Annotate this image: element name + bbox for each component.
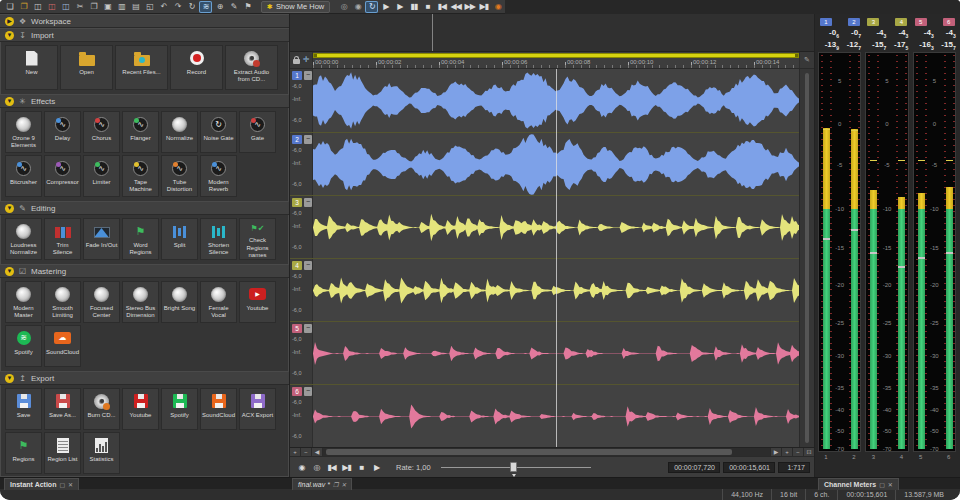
action-tile-shorten-silence[interactable]: Shorten Silence — [200, 218, 237, 260]
open-file-icon[interactable]: ❐ — [17, 1, 30, 13]
action-tile-female-vocal[interactable]: Female Vocal — [200, 281, 237, 323]
action-tile-region-list[interactable]: Region List — [44, 432, 81, 474]
section-header-editing[interactable]: ▼✎Editing — [0, 201, 289, 215]
channel-lane-5[interactable]: 5−-6,0-Inf.-6,0 — [290, 321, 814, 384]
hscroll-button[interactable]: + — [781, 448, 792, 456]
channel-minimize-button[interactable]: − — [304, 198, 312, 207]
action-tile-youtube[interactable]: Youtube — [122, 388, 159, 430]
go-to-end-icon[interactable]: ▶▮ — [477, 1, 490, 13]
float-icon[interactable]: ▢ — [59, 481, 65, 488]
channel-minimize-button[interactable]: − — [304, 71, 312, 80]
hscroll-button[interactable]: + — [290, 448, 301, 456]
channel-lane-1[interactable]: 1−-6,0-Inf.-6,0 — [290, 69, 814, 132]
channel-minimize-button[interactable]: − — [304, 387, 312, 396]
instant-action-tab[interactable]: Instant Action ▢ ✕ — [4, 478, 79, 490]
channel-minimize-button[interactable]: − — [304, 135, 312, 144]
new-file-icon[interactable]: ❏ — [3, 1, 16, 13]
stop-icon[interactable]: ■ — [421, 1, 434, 13]
stop-button[interactable]: ■ — [355, 461, 368, 474]
action-tile-normalize[interactable]: Normalize — [161, 111, 198, 153]
action-tile-spotify[interactable]: ≋Spotify — [5, 325, 42, 367]
action-tile-noise-gate[interactable]: ↻Noise Gate — [200, 111, 237, 153]
record-icon[interactable]: ◉ — [351, 1, 364, 13]
action-tile-youtube[interactable]: ▶Youtube — [239, 281, 276, 323]
action-tile-recent-files-[interactable]: Recent Files... — [115, 45, 168, 90]
paste-mix-icon[interactable]: ▥ — [115, 1, 128, 13]
paste-special-icon[interactable]: ▤ — [129, 1, 142, 13]
save-as-icon[interactable]: ◫ — [45, 1, 58, 13]
close-icon[interactable]: ✕ — [68, 481, 73, 488]
action-tile-smooth-limiting[interactable]: Smooth Limiting — [44, 281, 81, 323]
collapse-arrow-icon[interactable]: ▼ — [5, 374, 14, 383]
action-tile-bitcrusher[interactable]: ∿Bitcrusher — [5, 155, 42, 197]
action-tile-new[interactable]: New — [5, 45, 58, 90]
copy-icon[interactable]: ❐ — [87, 1, 100, 13]
action-tile-save-as-[interactable]: Save As... — [44, 388, 81, 430]
repeat-icon[interactable]: ↻ — [185, 1, 198, 13]
channel-meters-tab[interactable]: Channel Meters ▢ ✕ — [818, 478, 899, 490]
collapse-arrow-icon[interactable]: ▼ — [5, 31, 14, 40]
action-tile-save[interactable]: Save — [5, 388, 42, 430]
channel-lane-2[interactable]: 2−-6,0-Inf.-6,0 — [290, 132, 814, 195]
time-ruler[interactable]: 00:00:0000:00:0200:00:0400:00:0600:00:08… — [313, 52, 799, 68]
loop-playback-icon[interactable]: ↻ — [365, 1, 378, 13]
channel-badge-5[interactable]: 5 — [292, 324, 302, 333]
paste-icon[interactable]: ▣ — [101, 1, 114, 13]
record-arm-icon[interactable]: ◉ — [491, 1, 504, 13]
cut-icon[interactable]: ✂ — [73, 1, 86, 13]
meter-channel-badge-3[interactable]: 3 — [867, 18, 879, 26]
loop-button[interactable]: ◎ — [310, 461, 323, 474]
channel-lane-6[interactable]: 6−-6,0-Inf.-6,0 — [290, 384, 814, 447]
horizontal-scrollbar[interactable]: +−◀ ▶+−⊡ — [290, 447, 814, 456]
action-tile-delay[interactable]: ∿Delay — [44, 111, 81, 153]
action-tile-word-regions[interactable]: ⚑Word Regions — [122, 218, 159, 260]
hscroll-button[interactable]: ◀ — [312, 448, 323, 456]
action-tile-compressor[interactable]: ∿Compressor — [44, 155, 81, 197]
action-tile-split[interactable]: Split — [161, 218, 198, 260]
action-tile-modern-reverb[interactable]: ∿Modern Reverb — [200, 155, 237, 197]
section-header-import[interactable]: ▼↧Import — [0, 28, 289, 42]
action-tile-stereo-bus-dimension[interactable]: Stereo Bus Dimension — [122, 281, 159, 323]
vertical-scrollbar[interactable] — [799, 69, 814, 447]
hscroll-button[interactable]: ⊡ — [803, 448, 814, 456]
pan-icon[interactable]: ✛ — [303, 56, 310, 64]
section-header-workspace[interactable]: ▶❖Workspace — [0, 14, 289, 28]
meter-channel-badge-5[interactable]: 5 — [915, 18, 927, 26]
marker-tool-icon[interactable]: ⚑ — [241, 1, 254, 13]
channel-badge-3[interactable]: 3 — [292, 198, 302, 207]
action-tile-soundcloud[interactable]: ☁SoundCloud — [44, 325, 81, 367]
float-icon[interactable]: ▢ — [879, 481, 885, 488]
section-header-mastering[interactable]: ▼☑Mastering — [0, 264, 289, 278]
float-icon[interactable]: ❐ — [333, 481, 338, 488]
zoom-tool-icon[interactable]: ⊕ — [213, 1, 226, 13]
show-me-how-button[interactable]: ✱ Show Me How — [261, 1, 330, 13]
waveform-tool-icon[interactable]: ≋ — [199, 1, 212, 13]
collapse-arrow-icon[interactable]: ▼ — [5, 204, 14, 213]
meter-channel-badge-1[interactable]: 1 — [820, 18, 832, 26]
action-tile-statistics[interactable]: Statistics — [83, 432, 120, 474]
rewind-icon[interactable]: ◀◀ — [449, 1, 462, 13]
redo-icon[interactable]: ↷ — [171, 1, 184, 13]
save-all-icon[interactable]: ◫ — [59, 1, 72, 13]
action-tile-burn-cd-[interactable]: Burn CD... — [83, 388, 120, 430]
meter-channel-badge-2[interactable]: 2 — [848, 18, 860, 26]
action-tile-tube-distortion[interactable]: ∿Tube Distortion — [161, 155, 198, 197]
hscroll-thumb[interactable] — [326, 449, 732, 455]
action-tile-trim-silence[interactable]: Trim Silence — [44, 218, 81, 260]
close-icon[interactable]: ✕ — [888, 481, 893, 488]
action-tile-record[interactable]: Record — [170, 45, 223, 90]
channel-badge-2[interactable]: 2 — [292, 135, 302, 144]
hscroll-button[interactable]: − — [792, 448, 803, 456]
action-tile-acx-export[interactable]: ACX Export — [239, 388, 276, 430]
overview-cursor[interactable] — [432, 14, 433, 51]
action-tile-soundcloud[interactable]: SoundCloud — [200, 388, 237, 430]
meter-channel-badge-4[interactable]: 4 — [895, 18, 907, 26]
lock-icon[interactable] — [293, 59, 300, 64]
file-overview[interactable] — [290, 14, 814, 52]
loop-selection-bar[interactable] — [313, 53, 799, 58]
play-button[interactable]: ▶ — [370, 461, 383, 474]
action-tile-gate[interactable]: ∿Gate — [239, 111, 276, 153]
play-from-start-icon[interactable]: ▶ — [379, 1, 392, 13]
vscroll-thumb[interactable] — [805, 73, 809, 443]
pencil-tool-icon[interactable]: ✎ — [227, 1, 240, 13]
